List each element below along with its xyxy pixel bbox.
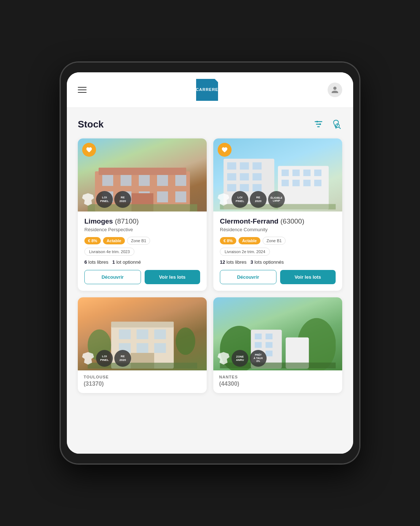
card-image-clermont: LOIPINEL RE2020 ÉLIGIBLELMNP (213, 138, 342, 211)
svg-rect-36 (281, 180, 289, 186)
lots-clermont: 12 lots libres 3 lots optionnés (220, 259, 336, 265)
svg-rect-28 (252, 173, 261, 180)
svg-rect-39 (314, 180, 321, 186)
menu-button[interactable] (78, 87, 87, 93)
voir-lots-button-clermont[interactable]: Voir les lots (280, 270, 336, 284)
decouvrir-button-clermont[interactable]: Découvrir (220, 270, 276, 284)
badge-zone-anru-nantes: ZONEANRU (232, 350, 248, 367)
city-name-clermont: Clermont-Ferrand (63000) (220, 217, 336, 225)
badge-loi-pinel-limoges: LOIPINEL (96, 191, 113, 208)
svg-rect-59 (255, 342, 261, 348)
app-header: CARRERE (67, 72, 353, 108)
svg-rect-27 (240, 173, 249, 180)
decouvrir-button-limoges[interactable]: Découvrir (84, 270, 141, 284)
property-card-toulouse: LOIPINEL RE2020 TOULOUSE (31370) (78, 297, 207, 393)
city-label-toulouse: TOULOUSE (84, 375, 201, 379)
svg-rect-44 (136, 329, 148, 339)
filter-icon[interactable] (312, 118, 325, 130)
svg-rect-58 (266, 333, 272, 339)
svg-rect-48 (154, 343, 166, 353)
city-label-nantes: NANTES (219, 375, 336, 379)
svg-rect-26 (227, 173, 236, 180)
svg-rect-24 (240, 162, 249, 169)
svg-rect-8 (99, 168, 186, 175)
card-body-toulouse: TOULOUSE (31370) (78, 370, 207, 393)
logo: CARRERE (196, 79, 218, 101)
card-body-limoges: Limoges (87100) Résidence Perspective € … (78, 211, 207, 291)
properties-grid: LOIPINEL RE2020 Limoges (87100) Résidenc… (78, 138, 342, 393)
svg-rect-38 (303, 180, 310, 186)
tag-zone-clermont: Zone B1 (263, 237, 286, 245)
svg-point-3 (316, 121, 318, 123)
svg-rect-60 (266, 342, 272, 348)
voir-lots-button-limoges[interactable]: Voir les lots (145, 270, 201, 284)
card-actions-clermont: Découvrir Voir les lots (220, 270, 336, 284)
svg-rect-57 (255, 333, 261, 339)
badges-toulouse: LOIPINEL RE2020 (81, 350, 131, 367)
badge-re2020-limoges: RE2020 (114, 191, 131, 208)
city-name-limoges: Limoges (87100) (84, 217, 200, 225)
badge-loi-pinel-clermont: LOIPINEL (232, 191, 248, 208)
badge-re2020-clermont: RE2020 (250, 191, 267, 208)
badge-lmnp-clermont: ÉLIGIBLELMNP (268, 191, 285, 208)
svg-line-6 (339, 127, 340, 129)
section-actions (312, 118, 342, 130)
badge-loi-pinel-toulouse: LOIPINEL (96, 350, 113, 367)
svg-rect-42 (111, 321, 173, 327)
svg-rect-43 (119, 329, 130, 339)
card-actions-limoges: Découvrir Voir les lots (84, 270, 200, 284)
card-body-nantes: NANTES (44300) (213, 370, 342, 393)
tags-limoges: € 8% Actable Zone B1 (84, 237, 200, 245)
tags-clermont: € 8% Actable Zone B1 (220, 237, 336, 245)
badge-re2020-toulouse: RE2020 (114, 350, 131, 367)
map-search-icon[interactable] (330, 118, 342, 130)
svg-rect-13 (175, 175, 186, 186)
delivery-limoges: Livraison 4e trim. 2023 (84, 248, 134, 256)
svg-rect-32 (281, 169, 289, 176)
favorite-button-clermont[interactable] (218, 143, 232, 157)
svg-rect-33 (292, 169, 299, 176)
page-title: Stock (78, 119, 104, 130)
residence-limoges: Résidence Perspective (84, 227, 200, 232)
badges-limoges: LOIPINEL RE2020 (81, 191, 131, 208)
favorite-button-limoges[interactable] (82, 143, 96, 157)
tag-euro-clermont: € 8% (220, 237, 236, 244)
svg-rect-37 (292, 180, 299, 186)
svg-rect-35 (314, 169, 321, 176)
svg-rect-12 (157, 175, 168, 186)
card-image-nantes: ZONEANRU PRÊTÀ TAUX0% (213, 297, 342, 370)
svg-rect-23 (227, 162, 236, 169)
svg-rect-11 (139, 175, 150, 186)
badge-pret-taux-nantes: PRÊTÀ TAUX0% (250, 350, 267, 367)
card-image-toulouse: LOIPINEL RE2020 (78, 297, 207, 370)
property-card-nantes: ZONEANRU PRÊTÀ TAUX0% NANTES (44300) (213, 297, 342, 393)
logo-text: CARRERE (196, 87, 218, 92)
property-card-clermont: LOIPINEL RE2020 ÉLIGIBLELMNP Clermont-Fe… (213, 138, 342, 291)
svg-rect-10 (121, 175, 131, 186)
property-card-limoges: LOIPINEL RE2020 Limoges (87100) Résidenc… (78, 138, 207, 291)
city-name-toulouse: (31370) (84, 381, 201, 387)
residence-clermont: Résidence Community (220, 227, 336, 232)
svg-rect-25 (252, 162, 261, 169)
svg-rect-17 (157, 191, 168, 202)
tag-euro-limoges: € 8% (84, 237, 101, 244)
delivery-clermont: Livraison 2e trim. 2024 (220, 248, 270, 256)
city-name-nantes: (44300) (219, 381, 336, 387)
badges-nantes: ZONEANRU PRÊTÀ TAUX0% (217, 350, 267, 367)
svg-point-52 (176, 327, 195, 355)
svg-rect-34 (303, 169, 310, 176)
svg-rect-29 (227, 184, 236, 191)
card-image-limoges: LOIPINEL RE2020 (78, 138, 207, 211)
tag-actable-clermont: Actable (238, 237, 260, 244)
svg-point-4 (319, 123, 321, 125)
card-body-clermont: Clermont-Ferrand (63000) Résidence Commu… (213, 211, 342, 291)
user-avatar-button[interactable] (328, 83, 342, 97)
main-content: Stock (67, 108, 353, 403)
svg-rect-9 (102, 175, 113, 186)
svg-rect-47 (136, 343, 148, 353)
svg-rect-30 (240, 184, 249, 191)
lots-limoges: 6 lots libres 1 lot optionné (84, 259, 200, 265)
section-header: Stock (78, 118, 342, 130)
svg-rect-31 (252, 184, 261, 191)
badges-clermont: LOIPINEL RE2020 ÉLIGIBLELMNP (217, 191, 285, 208)
